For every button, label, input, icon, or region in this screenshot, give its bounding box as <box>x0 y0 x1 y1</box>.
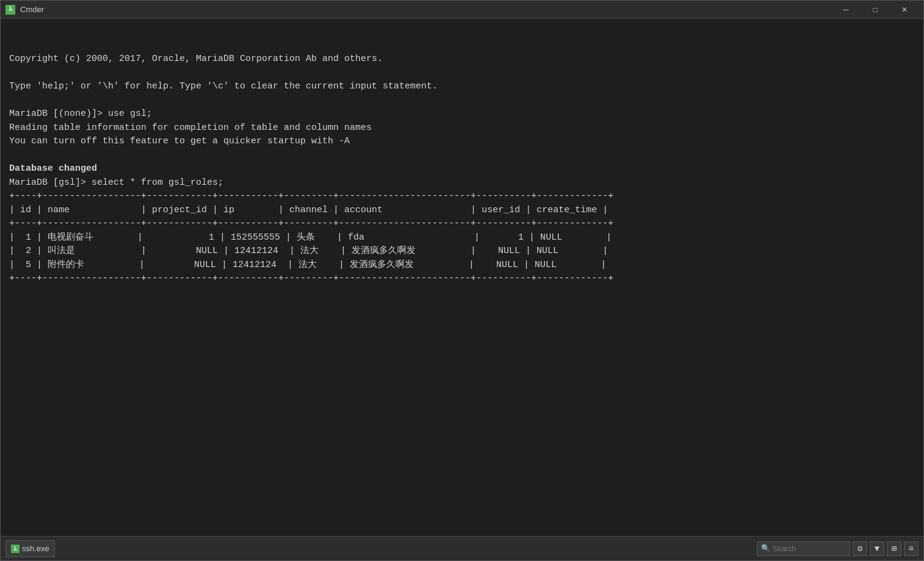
settings-button-3[interactable]: ⊞ <box>887 541 901 556</box>
taskbar-item-label: ssh.exe <box>22 544 49 553</box>
minimize-button[interactable]: ─ <box>832 1 860 19</box>
taskbar-ssh-item[interactable]: λ ssh.exe <box>5 540 55 557</box>
taskbar-app-icon: λ <box>11 545 20 553</box>
terminal-area[interactable]: Copyright (c) 2000, 2017, Oracle, MariaD… <box>1 19 923 536</box>
settings-button-4[interactable]: ≡ <box>904 541 919 556</box>
settings-button-2[interactable]: ▼ <box>870 541 884 556</box>
taskbar-right-section: 🔍 ⚙ ▼ ⊞ ≡ <box>757 541 919 556</box>
maximize-button[interactable]: □ <box>861 1 889 19</box>
cmder-window: λ Cmder ─ □ ✕ Copyright (c) 2000, 2017, … <box>0 0 924 561</box>
app-icon: λ <box>5 5 15 15</box>
titlebar: λ Cmder ─ □ ✕ <box>1 1 923 19</box>
search-box[interactable]: 🔍 <box>757 541 850 556</box>
window-title: Cmder <box>20 5 832 14</box>
settings-button-1[interactable]: ⚙ <box>853 541 867 556</box>
terminal-output: Copyright (c) 2000, 2017, Oracle, MariaD… <box>9 52 915 286</box>
close-button[interactable]: ✕ <box>890 1 919 19</box>
window-controls: ─ □ ✕ <box>832 1 919 19</box>
taskbar: λ ssh.exe 🔍 ⚙ ▼ ⊞ ≡ <box>1 536 923 560</box>
search-input[interactable] <box>773 545 846 553</box>
search-icon: 🔍 <box>761 544 770 553</box>
